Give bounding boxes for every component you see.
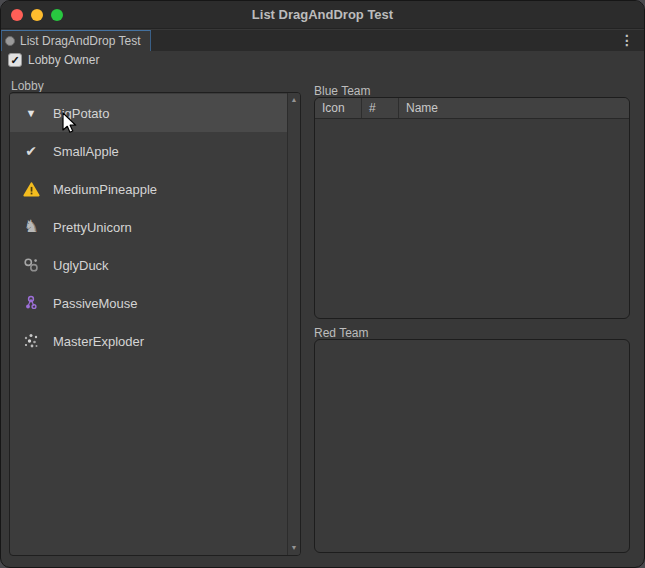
scroll-up-icon[interactable]: ▲ [288, 95, 300, 105]
column-header-number[interactable]: # [362, 98, 399, 118]
traffic-lights [11, 9, 63, 21]
list-item[interactable]: UglyDuck [10, 246, 287, 284]
red-team-label: Red Team [314, 326, 368, 340]
list-item-label: PrettyUnicorn [53, 220, 132, 235]
list-item-label: BigPotato [53, 106, 109, 121]
lobby-list-items: ▼ BigPotato ✔ SmallApple MediumPineapple [10, 94, 287, 360]
blue-team-label: Blue Team [314, 84, 370, 98]
column-header-name[interactable]: Name [399, 98, 629, 118]
list-item-label: MasterExploder [53, 334, 144, 349]
tab-bar: List DragAndDrop Test ⋮ [1, 30, 644, 51]
check-icon: ✔ [22, 142, 40, 160]
foldout-icon: ▼ [22, 104, 40, 122]
column-header-icon[interactable]: Icon [315, 98, 362, 118]
scroll-down-icon[interactable]: ▼ [288, 543, 300, 553]
close-button[interactable] [11, 9, 23, 21]
mouse-icon [22, 294, 40, 312]
list-item[interactable]: MediumPineapple [10, 170, 287, 208]
minimize-button[interactable] [31, 9, 43, 21]
list-item[interactable]: MasterExploder [10, 322, 287, 360]
list-item[interactable]: ✔ SmallApple [10, 132, 287, 170]
tab-label: List DragAndDrop Test [20, 34, 141, 48]
blue-team-listview: Icon # Name [314, 97, 630, 319]
app-window: List DragAndDrop Test List DragAndDrop T… [0, 0, 645, 568]
duck-icon [22, 256, 40, 274]
titlebar: List DragAndDrop Test [1, 1, 644, 29]
lobby-owner-toggle: ✓ Lobby Owner [8, 53, 99, 67]
vertical-scrollbar[interactable]: ▲ ▼ [287, 93, 300, 555]
lobby-panel-label: Lobby [11, 79, 44, 93]
list-item-label: UglyDuck [53, 258, 109, 273]
exploder-icon [22, 332, 40, 350]
list-item-label: PassiveMouse [53, 296, 138, 311]
list-item-label: MediumPineapple [53, 182, 157, 197]
list-item[interactable]: ♞ PrettyUnicorn [10, 208, 287, 246]
zoom-button[interactable] [51, 9, 63, 21]
lobby-owner-label: Lobby Owner [28, 53, 99, 67]
window-title: List DragAndDrop Test [252, 7, 393, 22]
lobby-listview: ▼ BigPotato ✔ SmallApple MediumPineapple [9, 92, 301, 556]
list-item-label: SmallApple [53, 144, 119, 159]
red-team-listview [314, 339, 630, 553]
tab-pane-icon [5, 36, 15, 46]
list-item[interactable]: ▼ BigPotato [10, 94, 287, 132]
tab-list-draganddrop-test[interactable]: List DragAndDrop Test [1, 30, 151, 51]
list-item[interactable]: PassiveMouse [10, 284, 287, 322]
kebab-menu-icon[interactable]: ⋮ [620, 32, 634, 48]
lobby-owner-checkbox[interactable]: ✓ [8, 53, 22, 67]
unicorn-icon: ♞ [22, 218, 40, 236]
blue-team-header: Icon # Name [315, 98, 629, 119]
warning-icon [22, 180, 40, 198]
